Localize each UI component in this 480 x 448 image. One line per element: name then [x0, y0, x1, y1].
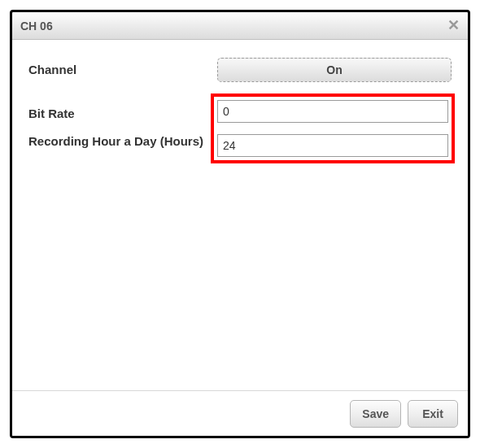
dialog-content: Channel On Bit Rate Recording Hour a Day…	[12, 40, 468, 390]
label-bitrate: Bit Rate	[28, 103, 214, 134]
close-icon[interactable]: ✕	[445, 18, 461, 34]
dialog: CH 06 ✕ Channel On Bit Rate Recording Ho…	[10, 10, 470, 438]
channel-toggle-button[interactable]: On	[217, 58, 452, 82]
control-channel: On	[217, 58, 452, 82]
row-channel: Channel On	[28, 58, 452, 82]
label-recording: Recording Hour a Day (Hours)	[28, 134, 214, 150]
dialog-title: CH 06	[20, 20, 445, 33]
save-button[interactable]: Save	[350, 400, 401, 428]
recording-hours-input[interactable]	[217, 134, 448, 157]
row-inputs: Bit Rate Recording Hour a Day (Hours)	[28, 98, 452, 163]
bitrate-input[interactable]	[217, 100, 448, 123]
label-channel: Channel	[28, 58, 217, 76]
labels-stack: Bit Rate Recording Hour a Day (Hours)	[28, 98, 214, 150]
control-inputs	[214, 98, 452, 163]
highlight-box	[211, 94, 455, 163]
titlebar: CH 06 ✕	[12, 12, 468, 40]
page-wrapper: CH 06 ✕ Channel On Bit Rate Recording Ho…	[0, 0, 480, 448]
exit-button[interactable]: Exit	[408, 400, 458, 428]
dialog-footer: Save Exit	[12, 390, 468, 436]
